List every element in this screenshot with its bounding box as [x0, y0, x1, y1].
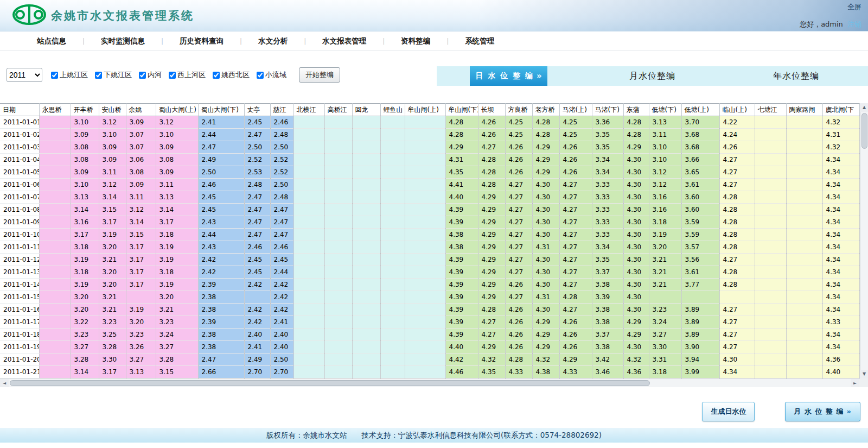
scroll-right-icon[interactable]: ► — [851, 379, 859, 387]
logout-link[interactable]: 注销 — [847, 20, 861, 28]
value-cell — [244, 291, 270, 304]
nav-item-6[interactable]: 资料整编 — [385, 36, 446, 46]
table-row: 2011-01-083.143.153.123.142.452.472.474.… — [0, 204, 859, 216]
scroll-down-icon[interactable]: ▼ — [860, 370, 868, 378]
value-cell: 4.39 — [445, 304, 478, 316]
column-header: 高桥江 — [324, 104, 352, 116]
value-cell: 3.12 — [649, 166, 681, 179]
value-cell — [324, 366, 352, 378]
value-cell — [352, 129, 380, 141]
value-cell: 2.52 — [270, 154, 293, 166]
value-cell: 4.27 — [478, 316, 505, 329]
tab-monthly-compile[interactable]: 月水位整编 — [580, 66, 724, 86]
year-select[interactable]: 2011 — [7, 68, 42, 82]
value-cell — [352, 279, 380, 291]
value-cell: 4.30 — [623, 266, 649, 279]
value-cell: 3.15 — [126, 229, 156, 241]
scroll-up-icon[interactable]: ▲ — [860, 103, 868, 112]
value-cell: 4.29 — [478, 291, 505, 304]
tab-label: 月水位整编 — [629, 71, 675, 82]
value-cell: 3.38 — [592, 304, 623, 316]
column-header: 开丰桥 — [71, 104, 99, 116]
region-checkbox-label: 西上河区 — [177, 70, 206, 80]
horizontal-scroll-track[interactable] — [9, 379, 851, 388]
vertical-scroll-thumb[interactable] — [861, 113, 867, 149]
region-checkbox-1[interactable]: 上姚江区 — [51, 70, 88, 80]
horizontal-scrollbar[interactable]: ◄ ► — [0, 378, 859, 387]
value-cell: 2.46 — [244, 241, 270, 254]
value-cell: 2.49 — [198, 154, 244, 166]
value-cell: 4.25 — [505, 116, 532, 129]
value-cell — [405, 316, 445, 329]
value-cell: 4.42 — [445, 354, 478, 366]
value-cell: 3.23 — [71, 329, 99, 341]
checkbox-input[interactable] — [169, 72, 176, 79]
value-cell: 2.41 — [244, 341, 270, 354]
region-checkbox-5[interactable]: 姚西北区 — [213, 70, 250, 80]
tab-daily-compile[interactable]: 日 水 位 整 编» — [437, 66, 580, 86]
fullscreen-link[interactable]: 全屏 — [800, 2, 861, 12]
date-cell: 2011-01-01 — [0, 116, 39, 129]
value-cell: 4.31 — [532, 291, 559, 304]
date-cell: 2011-01-02 — [0, 129, 39, 141]
vertical-scrollbar[interactable]: ▲ ▼ — [860, 103, 868, 378]
checkbox-input[interactable] — [213, 72, 220, 79]
column-header: 回龙 — [352, 104, 380, 116]
nav-item-1[interactable]: 站点信息 — [21, 36, 82, 46]
value-cell: 4.30 — [623, 166, 649, 179]
value-cell: 3.35 — [592, 254, 623, 266]
value-cell — [380, 204, 405, 216]
value-cell — [324, 229, 352, 241]
value-cell: 4.26 — [559, 141, 592, 154]
value-cell: 4.28 — [719, 266, 755, 279]
checkbox-input[interactable] — [257, 72, 264, 79]
value-cell: 3.16 — [649, 191, 681, 204]
value-cell: 4.29 — [559, 354, 592, 366]
nav-item-2[interactable]: 实时监测信息 — [85, 36, 161, 46]
value-cell: 4.25 — [559, 116, 592, 129]
region-checkbox-3[interactable]: 内河 — [139, 70, 162, 80]
column-header: 虞北闸(下 — [822, 104, 859, 116]
value-cell: 4.24 — [719, 129, 755, 141]
value-cell — [405, 229, 445, 241]
nav-item-4[interactable]: 水文分析 — [242, 36, 304, 46]
region-checkbox-2[interactable]: 下姚江区 — [95, 70, 132, 80]
value-cell: 4.27 — [719, 316, 755, 329]
nav-item-7[interactable]: 系统管理 — [449, 36, 510, 46]
checkbox-input[interactable] — [139, 72, 146, 79]
monthly-compile-label: 月 水 位 整 编 — [794, 407, 844, 415]
monthly-compile-button[interactable]: 月 水 位 整 编» — [785, 402, 860, 421]
generate-daily-button[interactable]: 生成日水位 — [702, 402, 755, 421]
value-cell: 4.26 — [719, 141, 755, 154]
value-cell — [405, 141, 445, 154]
value-cell: 3.08 — [156, 154, 198, 166]
value-cell: 3.68 — [681, 129, 719, 141]
value-cell: 3.14 — [99, 191, 126, 204]
checkbox-input[interactable] — [51, 72, 58, 79]
value-cell: 3.16 — [649, 204, 681, 216]
tab-yearly-compile[interactable]: 年水位整编 — [724, 66, 868, 86]
value-cell — [405, 191, 445, 204]
value-cell — [405, 179, 445, 191]
nav-item-3[interactable]: 历史资料查询 — [163, 36, 240, 46]
checkbox-input[interactable] — [95, 72, 102, 79]
nav-item-5[interactable]: 水文报表管理 — [306, 36, 382, 46]
value-cell: 4.25 — [559, 129, 592, 141]
app-logo-icon — [12, 3, 47, 28]
value-cell: 3.13 — [126, 366, 156, 378]
value-cell: 2.66 — [198, 366, 244, 378]
start-compile-button[interactable]: 开始整编 — [299, 67, 340, 83]
horizontal-scroll-thumb[interactable] — [10, 380, 650, 386]
region-checkbox-4[interactable]: 西上河区 — [169, 70, 206, 80]
value-cell: 2.52 — [244, 154, 270, 166]
value-cell: 2.45 — [244, 254, 270, 266]
value-cell — [755, 166, 786, 179]
scroll-left-icon[interactable]: ◄ — [0, 379, 9, 387]
value-cell: 4.34 — [822, 154, 859, 166]
value-cell: 4.30 — [532, 254, 559, 266]
value-cell — [681, 291, 719, 304]
region-checkbox-6[interactable]: 小流域 — [257, 70, 286, 80]
value-cell: 3.28 — [71, 354, 99, 366]
value-cell — [39, 279, 71, 291]
value-cell: 2.40 — [270, 341, 293, 354]
